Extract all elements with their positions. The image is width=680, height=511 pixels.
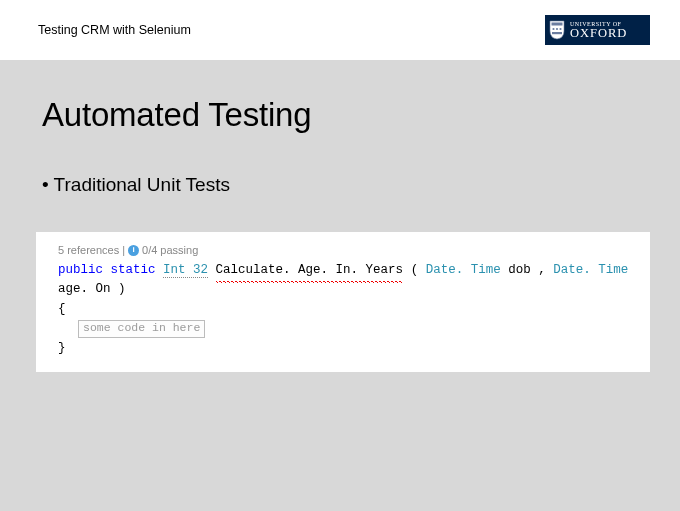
svg-rect-0 — [552, 23, 563, 26]
comma: , — [538, 263, 553, 277]
param-ageon: age. On — [58, 282, 111, 296]
brace-open: { — [58, 300, 636, 319]
param-dob: dob — [508, 263, 531, 277]
method-name: Calculate. Age. In. Years — [216, 263, 404, 277]
code-line-signature: public static Int 32 Calculate. Age. In.… — [58, 261, 636, 300]
info-icon: i — [128, 245, 139, 256]
oxford-badge: UNIVERSITY OF OXFORD — [545, 15, 650, 45]
svg-rect-4 — [552, 32, 562, 34]
slide-content: Automated Testing • Traditional Unit Tes… — [0, 60, 680, 372]
error-squiggle-icon — [216, 281, 404, 283]
type-datetime-2: Date. Time — [553, 263, 628, 277]
type-datetime-1: Date. Time — [426, 263, 501, 277]
keyword-static: static — [111, 263, 156, 277]
code-snippet: 5 references | i 0/4 passing public stat… — [36, 232, 650, 372]
brace-close: } — [58, 339, 636, 358]
keyword-public: public — [58, 263, 103, 277]
oxford-text: UNIVERSITY OF OXFORD — [570, 21, 627, 40]
codelens-separator: | — [122, 242, 125, 259]
paren-close: ) — [118, 282, 126, 296]
slide-title: Automated Testing — [42, 96, 638, 134]
oxford-text-bottom: OXFORD — [570, 27, 627, 40]
svg-point-3 — [559, 28, 561, 30]
method-name-wrap: Calculate. Age. In. Years — [216, 261, 404, 280]
code-placeholder: some code in here — [78, 320, 205, 338]
svg-point-2 — [556, 28, 558, 30]
codelens-passing: 0/4 passing — [142, 242, 198, 259]
oxford-crest-icon — [549, 20, 565, 40]
header-title: Testing CRM with Selenium — [38, 23, 191, 37]
svg-point-1 — [552, 28, 554, 30]
codelens-line: 5 references | i 0/4 passing — [58, 242, 636, 259]
slide-header: Testing CRM with Selenium UNIVERSITY OF … — [0, 0, 680, 60]
paren-open: ( — [411, 263, 419, 277]
type-int32: Int 32 — [163, 263, 208, 278]
codelens-references: 5 references — [58, 242, 119, 259]
bullet-item: • Traditional Unit Tests — [42, 174, 638, 196]
